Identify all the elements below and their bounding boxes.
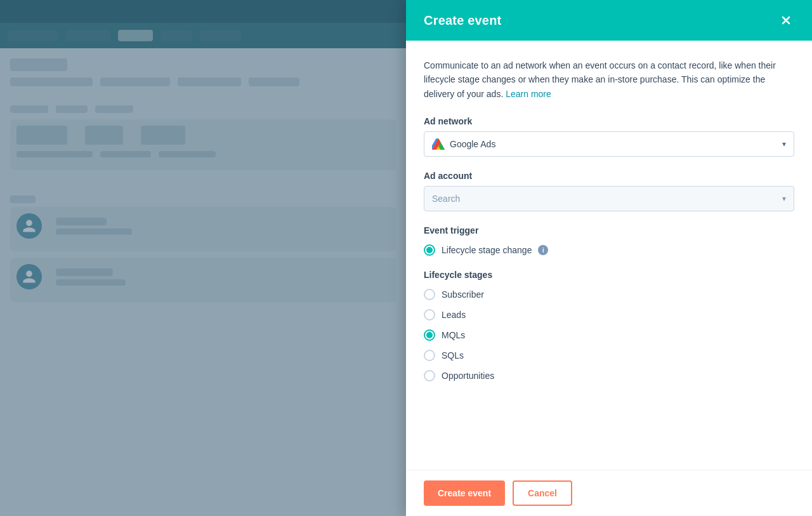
lifecycle-stage-change-radio[interactable] <box>424 244 435 256</box>
mqls-option[interactable]: MQLs <box>424 329 794 341</box>
info-icon[interactable]: i <box>538 245 548 255</box>
ad-network-label: Ad network <box>424 116 794 126</box>
ad-account-group: Ad account Search ▾ <box>424 171 794 211</box>
lifecycle-stages-label: Lifecycle stages <box>424 270 794 280</box>
mqls-label: MQLs <box>442 330 465 340</box>
ad-account-label: Ad account <box>424 171 794 181</box>
chevron-down-icon: ▾ <box>782 140 786 149</box>
close-button[interactable] <box>778 12 794 29</box>
mqls-radio[interactable] <box>424 329 435 341</box>
ad-account-dropdown[interactable]: Search ▾ <box>424 186 794 211</box>
google-ads-icon <box>432 138 445 150</box>
ad-account-placeholder: Search <box>432 194 460 204</box>
learn-more-link[interactable]: Learn more <box>506 89 551 99</box>
leads-label: Leads <box>442 310 466 320</box>
event-trigger-label: Event trigger <box>424 225 794 235</box>
lifecycle-stage-change-label: Lifecycle stage change <box>442 245 532 255</box>
opportunities-option[interactable]: Opportunities <box>424 370 794 381</box>
modal-body: Communicate to an ad network when an eve… <box>406 41 812 470</box>
lifecycle-stages-group: Lifecycle stages Subscriber Leads MQLs S… <box>424 270 794 381</box>
sqls-label: SQLs <box>442 350 464 361</box>
subscriber-radio[interactable] <box>424 289 435 300</box>
leads-option[interactable]: Leads <box>424 309 794 321</box>
modal-description: Communicate to an ad network when an eve… <box>424 58 794 101</box>
sqls-option[interactable]: SQLs <box>424 350 794 361</box>
opportunities-radio[interactable] <box>424 370 435 381</box>
google-ads-selected: Google Ads <box>432 138 495 150</box>
opportunities-label: Opportunities <box>442 371 494 381</box>
event-trigger-option[interactable]: Lifecycle stage change i <box>424 244 794 256</box>
chevron-down-icon: ▾ <box>782 194 786 203</box>
ad-network-group: Ad network Google <box>424 116 794 157</box>
modal-title: Create event <box>424 13 501 28</box>
subscriber-label: Subscriber <box>442 289 484 300</box>
ad-network-dropdown[interactable]: Google Ads ▾ <box>424 131 794 157</box>
ad-network-value: Google Ads <box>450 139 495 149</box>
sqls-radio[interactable] <box>424 350 435 361</box>
modal-footer: Create event Cancel <box>406 470 812 516</box>
close-icon <box>780 15 792 26</box>
modal-header: Create event <box>406 0 812 41</box>
create-event-button[interactable]: Create event <box>424 480 505 506</box>
subscriber-option[interactable]: Subscriber <box>424 289 794 300</box>
modal-panel: Create event Communicate to an ad networ… <box>406 0 812 516</box>
event-trigger-group: Event trigger Lifecycle stage change i <box>424 225 794 256</box>
leads-radio[interactable] <box>424 309 435 321</box>
cancel-button[interactable]: Cancel <box>513 480 572 506</box>
